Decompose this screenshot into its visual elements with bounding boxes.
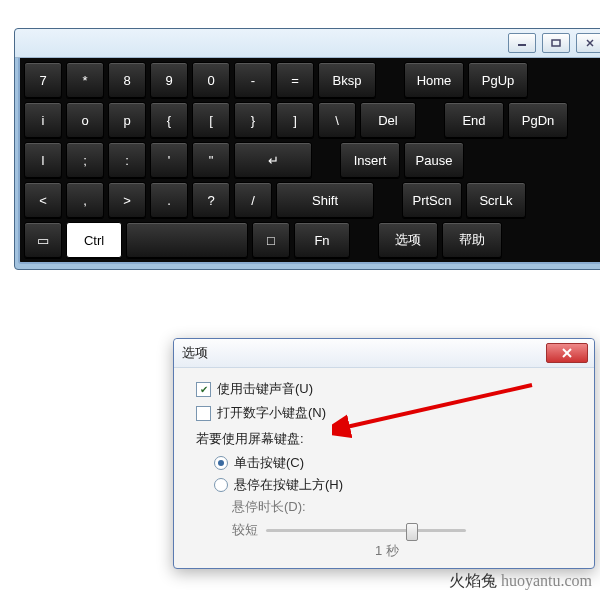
- key-8[interactable]: 8: [108, 62, 146, 98]
- options-dialog: 选项 使用击键声音(U) 打开数字小键盘(N) 若要使用屏幕键盘: 单击按键(C…: [173, 338, 595, 569]
- osk-keys-area: 7*890-=BkspHomePgUpiop{[}]\DelEndPgDnl;:…: [18, 58, 600, 264]
- hover-duration-label: 悬停时长(D):: [232, 498, 578, 516]
- hover-short-label: 较短: [232, 521, 258, 539]
- key--[interactable]: ,: [66, 182, 104, 218]
- key--[interactable]: /: [234, 182, 272, 218]
- watermark: 火焰兔 huoyantu.com: [449, 571, 592, 592]
- key-o[interactable]: o: [66, 102, 104, 138]
- hover-duration-slider[interactable]: [266, 520, 466, 540]
- svg-rect-1: [552, 40, 560, 46]
- key-del[interactable]: Del: [360, 102, 416, 138]
- key--[interactable]: *: [66, 62, 104, 98]
- key--[interactable]: □: [252, 222, 290, 258]
- key--[interactable]: 选项: [378, 222, 438, 258]
- key--[interactable]: ▭: [24, 222, 62, 258]
- hover-value: 1 秒: [196, 542, 578, 560]
- maximize-button[interactable]: [542, 33, 570, 53]
- dialog-title: 选项: [182, 344, 208, 362]
- key-0[interactable]: 0: [192, 62, 230, 98]
- key-pgdn[interactable]: PgDn: [508, 102, 568, 138]
- key--[interactable]: =: [276, 62, 314, 98]
- use-click-sound-label: 使用击键声音(U): [217, 380, 313, 398]
- key-pgup[interactable]: PgUp: [468, 62, 528, 98]
- key--[interactable]: \: [318, 102, 356, 138]
- hover-keys-radio[interactable]: [214, 478, 228, 492]
- key--[interactable]: {: [150, 102, 188, 138]
- key--[interactable]: .: [150, 182, 188, 218]
- key--[interactable]: ': [150, 142, 188, 178]
- key-ctrl[interactable]: Ctrl: [66, 222, 122, 258]
- osk-titlebar: [15, 29, 600, 58]
- key--[interactable]: ↵: [234, 142, 312, 178]
- key-insert[interactable]: Insert: [340, 142, 400, 178]
- open-numpad-label: 打开数字小键盘(N): [217, 404, 326, 422]
- dialog-close-button[interactable]: [546, 343, 588, 363]
- key--[interactable]: ;: [66, 142, 104, 178]
- key--[interactable]: :: [108, 142, 146, 178]
- open-numpad-checkbox[interactable]: [196, 406, 211, 421]
- minimize-button[interactable]: [508, 33, 536, 53]
- key--[interactable]: 帮助: [442, 222, 502, 258]
- key--[interactable]: [: [192, 102, 230, 138]
- use-click-sound-checkbox[interactable]: [196, 382, 211, 397]
- key--[interactable]: ]: [276, 102, 314, 138]
- key--[interactable]: ": [192, 142, 230, 178]
- key--[interactable]: ?: [192, 182, 230, 218]
- key--[interactable]: -: [234, 62, 272, 98]
- key-prtscn[interactable]: PrtScn: [402, 182, 462, 218]
- key-p[interactable]: p: [108, 102, 146, 138]
- key-home[interactable]: Home: [404, 62, 464, 98]
- hover-keys-label: 悬停在按键上方(H): [234, 476, 343, 494]
- key--[interactable]: }: [234, 102, 272, 138]
- key--[interactable]: >: [108, 182, 146, 218]
- onscreen-keyboard-window: 7*890-=BkspHomePgUpiop{[}]\DelEndPgDnl;:…: [14, 28, 600, 270]
- usage-legend: 若要使用屏幕键盘:: [196, 430, 578, 448]
- key-i[interactable]: i: [24, 102, 62, 138]
- click-keys-radio[interactable]: [214, 456, 228, 470]
- key-space[interactable]: [126, 222, 248, 258]
- key-end[interactable]: End: [444, 102, 504, 138]
- key-7[interactable]: 7: [24, 62, 62, 98]
- key-fn[interactable]: Fn: [294, 222, 350, 258]
- key-scrlk[interactable]: ScrLk: [466, 182, 526, 218]
- key-bksp[interactable]: Bksp: [318, 62, 376, 98]
- dialog-titlebar: 选项: [174, 339, 594, 368]
- click-keys-label: 单击按键(C): [234, 454, 304, 472]
- key-l[interactable]: l: [24, 142, 62, 178]
- close-button[interactable]: [576, 33, 600, 53]
- key-9[interactable]: 9: [150, 62, 188, 98]
- key--[interactable]: <: [24, 182, 62, 218]
- key-pause[interactable]: Pause: [404, 142, 464, 178]
- key-shift[interactable]: Shift: [276, 182, 374, 218]
